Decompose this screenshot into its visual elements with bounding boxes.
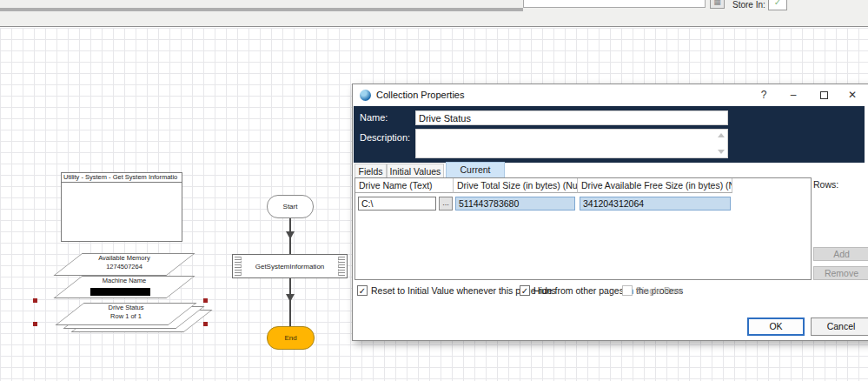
- drive-total-size-cell[interactable]: 511443783680: [455, 197, 575, 211]
- end-stage-label: End: [284, 334, 296, 342]
- drive-name-input[interactable]: [358, 197, 436, 211]
- minimize-button[interactable]: –: [783, 86, 804, 104]
- column-header-drive-name[interactable]: Drive Name (Text): [355, 178, 454, 193]
- grid-picker-button[interactable]: ▦: [710, 0, 725, 9]
- page-reference-stage[interactable]: Utility - System - Get System Informatio: [61, 172, 182, 242]
- dialog-header-panel: Name: Description:: [354, 106, 865, 163]
- redacted-value: [90, 288, 150, 296]
- action-stage-label: GetSystemInformation: [255, 263, 325, 271]
- ok-button[interactable]: OK: [747, 318, 805, 336]
- remove-row-button[interactable]: Remove: [813, 266, 868, 280]
- check-icon: ✓: [774, 0, 781, 7]
- data-item-name: Drive Status: [56, 304, 195, 312]
- checkbox-icon[interactable]: ✓: [357, 285, 368, 296]
- name-input[interactable]: [415, 110, 728, 125]
- cancel-button[interactable]: Cancel: [811, 318, 868, 336]
- tab-current-values[interactable]: Current Values: [446, 162, 505, 177]
- store-in-label: Store In:: [732, 0, 765, 10]
- selection-handle[interactable]: [33, 322, 37, 326]
- data-item-name: Available Memory: [55, 254, 194, 263]
- data-item-available-memory[interactable]: Available Memory 1274507264: [68, 253, 181, 276]
- selection-handle[interactable]: [203, 298, 208, 303]
- description-label: Description:: [360, 132, 410, 143]
- maximize-icon: [820, 91, 828, 99]
- checkbox-row: ✓ Reset to Initial Value whenever this p…: [353, 285, 868, 297]
- checkbox-icon: [622, 285, 633, 296]
- arrowhead-icon: [286, 231, 295, 239]
- help-button[interactable]: ?: [753, 86, 774, 104]
- collection-icon: [360, 90, 371, 101]
- column-header-drive-total-size[interactable]: Drive Total Size (in bytes) (Number): [454, 178, 578, 193]
- arrowhead-icon: [286, 294, 295, 302]
- selection-handle[interactable]: [33, 298, 37, 303]
- start-stage[interactable]: Start: [267, 195, 314, 218]
- data-item-value: 1274507264: [55, 263, 194, 271]
- values-table: Drive Name (Text) Drive Total Size (in b…: [354, 177, 812, 280]
- description-textarea[interactable]: [415, 129, 728, 158]
- maximize-button[interactable]: [813, 86, 834, 104]
- top-toolbar: ▦ Store In: ✓: [0, 0, 868, 27]
- data-item-rows: Row 1 of 1: [56, 312, 195, 321]
- ellipsis-button[interactable]: ...: [439, 197, 453, 211]
- grid-icon: ▦: [713, 0, 721, 6]
- checkbox-icon[interactable]: ✓: [520, 285, 530, 296]
- single-row-checkbox: Single Row: [622, 285, 682, 296]
- selection-handle[interactable]: [203, 322, 208, 326]
- scroll-up-icon[interactable]: [718, 133, 725, 137]
- end-stage[interactable]: End: [267, 326, 315, 350]
- data-item-machine-name[interactable]: Machine Name: [68, 276, 181, 298]
- drive-free-size-cell[interactable]: 341204312064: [580, 197, 731, 211]
- action-stage-getsysteminformation[interactable]: GetSystemInformation: [232, 254, 348, 278]
- collection-properties-dialog: Collection Properties ? – ✕ Name: Descri…: [352, 84, 868, 341]
- close-button[interactable]: ✕: [842, 86, 863, 104]
- dialog-titlebar[interactable]: Collection Properties ? – ✕: [353, 84, 868, 106]
- stage-hatch-band: [235, 257, 242, 276]
- tab-initial-values[interactable]: Initial Values: [387, 164, 444, 177]
- collection-item-drive-status[interactable]: Drive Status Row 1 of 1: [70, 303, 182, 325]
- data-item-name: Machine Name: [55, 277, 194, 285]
- add-row-button[interactable]: Add: [813, 247, 868, 261]
- page-reference-title: Utility - System - Get System Informatio: [62, 173, 182, 183]
- start-stage-label: Start: [283, 203, 298, 211]
- connector-line: [289, 278, 291, 326]
- checkbox-label: Single Row: [636, 285, 682, 296]
- name-label: Name:: [360, 112, 388, 123]
- store-in-field[interactable]: ✓: [768, 0, 787, 10]
- dialog-title: Collection Properties: [376, 90, 465, 100]
- toolbar-divider-bar: [0, 8, 523, 11]
- stage-hatch-band: [338, 257, 345, 276]
- column-header-drive-free-size[interactable]: Drive Available Free Size (in bytes) (Nu…: [578, 178, 732, 193]
- toolbar-text-input[interactable]: [523, 0, 706, 8]
- rows-label: Rows:: [813, 179, 838, 190]
- scroll-down-icon[interactable]: [718, 150, 725, 154]
- tab-fields[interactable]: Fields: [354, 164, 387, 177]
